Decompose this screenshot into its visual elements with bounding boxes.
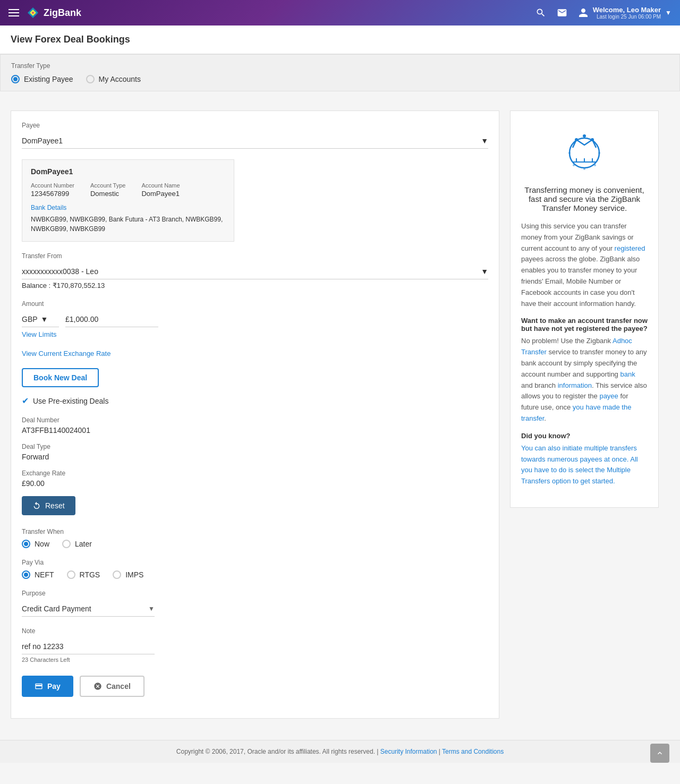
char-count: 23 Characters Left [22, 657, 488, 663]
radio-my-accounts-label: My Accounts [99, 75, 141, 83]
user-info: Welcome, Leo Maker Last login 25 Jun 06:… [593, 6, 661, 20]
use-pre-existing-checkbox-row[interactable]: ✔ Use Pre-existing Deals [22, 396, 488, 406]
user-menu[interactable]: Welcome, Leo Maker Last login 25 Jun 06:… [578, 6, 672, 20]
deal-type-value: Forward [22, 453, 488, 461]
radio-now[interactable]: Now [22, 540, 49, 548]
payee-account-name: Account Name DomPayee1 [141, 182, 180, 198]
main-content: Payee DomPayee1 ▼ DomPayee1 Account Numb… [0, 100, 669, 729]
payee-select-value: DomPayee1 [22, 137, 63, 145]
radio-imps-dot [113, 570, 121, 579]
purpose-select[interactable]: Credit Card Payment ▼ [22, 601, 155, 617]
reset-button[interactable]: Reset [22, 496, 75, 515]
amount-row: GBP ▼ [22, 312, 488, 327]
cancel-icon [94, 682, 102, 691]
svg-point-5 [583, 134, 586, 138]
exchange-rate-label: Exchange Rate [22, 470, 488, 477]
mail-icon[interactable] [557, 7, 567, 18]
last-login: Last login 25 Jun 06:00 PM [597, 14, 661, 20]
payee-account-number: Account Number 1234567899 [31, 182, 74, 198]
user-dropdown-chevron[interactable]: ▼ [665, 9, 672, 16]
pay-via-section: Pay Via NEFT RTGS IMPS [22, 559, 488, 579]
radio-imps-label: IMPS [125, 570, 143, 579]
svg-point-4 [575, 138, 578, 141]
svg-point-6 [591, 138, 594, 141]
radio-existing-payee[interactable]: Existing Payee [11, 75, 73, 83]
transfer-when-radio-group: Now Later [22, 540, 488, 548]
svg-point-15 [594, 164, 596, 166]
header-left: ZigBank [8, 5, 81, 20]
transfer-from-chevron-icon: ▼ [481, 267, 488, 276]
radio-now-dot [22, 540, 30, 548]
info-para1: Using this service you can transfer mone… [521, 221, 648, 309]
note-input[interactable] [22, 639, 155, 654]
view-limits-link[interactable]: View Limits [22, 330, 488, 338]
exchange-rate-field: Exchange Rate £90.00 [22, 470, 488, 488]
search-icon[interactable] [536, 7, 546, 18]
page-title: View Forex Deal Bookings [11, 34, 669, 45]
transfer-from-label: Transfer From [22, 252, 488, 260]
deal-number-value: AT3FFB1140024001 [22, 426, 488, 434]
info-para2: No problem! Use the Zigbank Adhoc Transf… [521, 336, 648, 424]
note-label: Note [22, 627, 488, 635]
checkbox-icon: ✔ [22, 396, 29, 406]
radio-now-label: Now [35, 540, 49, 548]
deal-type-field: Deal Type Forward [22, 443, 488, 461]
svg-point-11 [568, 152, 571, 154]
payee-field-group: Payee DomPayee1 ▼ [22, 122, 488, 149]
payee-label: Payee [22, 122, 488, 129]
radio-neft[interactable]: NEFT [22, 570, 54, 579]
header: ZigBank Welcome, Leo Maker Last login 25… [0, 0, 680, 25]
svg-point-3 [570, 138, 599, 168]
radio-later[interactable]: Later [62, 540, 92, 548]
footer: Copyright © 2006, 2017, Oracle and/or it… [0, 740, 680, 763]
svg-point-13 [583, 168, 585, 170]
note-field-group: Note 23 Characters Left [22, 627, 488, 663]
terms-link[interactable]: Terms and Conditions [442, 748, 504, 755]
deal-number-label: Deal Number [22, 416, 488, 424]
transfer-type-radio-group: Existing Payee My Accounts [11, 75, 669, 83]
info-para3-heading: Did you know? [521, 432, 648, 440]
radio-later-label: Later [75, 540, 92, 548]
deal-type-label: Deal Type [22, 443, 488, 450]
scroll-to-top-button[interactable] [650, 744, 669, 763]
page-title-bar: View Forex Deal Bookings [0, 25, 680, 54]
info-para2-heading: Want to make an account transfer now but… [521, 317, 648, 333]
radio-later-dot [62, 540, 71, 548]
payee-account-type: Account Type Domestic [90, 182, 125, 198]
form-area: Payee DomPayee1 ▼ DomPayee1 Account Numb… [11, 110, 499, 719]
exchange-rate-link-container: View Current Exchange Rate [22, 349, 488, 357]
view-exchange-rate-link[interactable]: View Current Exchange Rate [22, 350, 110, 357]
multiple-transfers-link[interactable]: Multiple Transfers [521, 466, 631, 485]
radio-imps[interactable]: IMPS [113, 570, 143, 579]
purpose-field-group: Purpose Credit Card Payment ▼ [22, 590, 488, 617]
adhoc-transfer-link[interactable]: Adhoc Transfer [521, 337, 632, 356]
radio-rtgs[interactable]: RTGS [67, 570, 100, 579]
reset-icon [32, 501, 41, 510]
radio-existing-payee-label: Existing Payee [24, 75, 73, 83]
transfer-from-select[interactable]: xxxxxxxxxxx0038 - Leo ▼ [22, 264, 488, 279]
book-new-deal-button[interactable]: Book New Deal [22, 368, 99, 387]
radio-rtgs-label: RTGS [80, 570, 100, 579]
radio-my-accounts[interactable]: My Accounts [86, 75, 141, 83]
amount-input[interactable] [65, 312, 158, 327]
cancel-button[interactable]: Cancel [80, 676, 144, 697]
radio-my-accounts-dot [86, 75, 95, 83]
bank-details-val: NWBKGB99, NWBKGB99, Bank Futura - AT3 Br… [31, 215, 225, 234]
pay-button[interactable]: Pay [22, 676, 73, 697]
currency-select[interactable]: GBP ▼ [22, 312, 59, 327]
payee-info-box: DomPayee1 Account Number 1234567899 Acco… [22, 159, 234, 242]
chevron-up-icon [656, 749, 664, 757]
payee-select[interactable]: DomPayee1 ▼ [22, 133, 488, 149]
security-link[interactable]: Security Information [380, 748, 437, 755]
app-name: ZigBank [44, 7, 81, 19]
hamburger-menu[interactable] [8, 9, 19, 16]
transfer-type-section: Transfer Type Existing Payee My Accounts [0, 54, 680, 91]
svg-point-14 [573, 164, 575, 166]
radio-neft-dot [22, 570, 30, 579]
bank-details-label: Bank Details [31, 204, 225, 211]
action-buttons: Pay Cancel [22, 676, 488, 697]
pay-icon [35, 682, 43, 691]
transfer-when-section: Transfer When Now Later [22, 528, 488, 548]
currency-chevron-icon: ▼ [41, 315, 48, 323]
purpose-value: Credit Card Payment [22, 604, 91, 613]
